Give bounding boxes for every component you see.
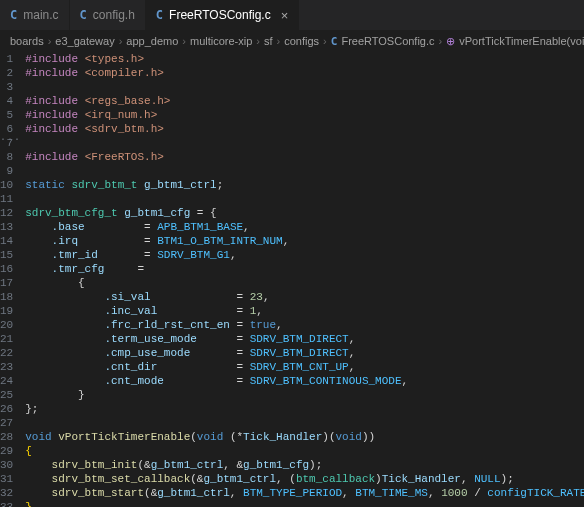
code-line[interactable]: .si_val = 23,: [25, 290, 584, 304]
code-line[interactable]: .tmr_id = SDRV_BTM_G1,: [25, 248, 584, 262]
function-icon: ⊕: [446, 35, 455, 48]
code-line[interactable]: }: [25, 500, 584, 507]
close-icon[interactable]: ×: [281, 8, 289, 23]
code-line[interactable]: .cmp_use_mode = SDRV_BTM_DIRECT,: [25, 346, 584, 360]
breadcrumb-file[interactable]: FreeRTOSConfig.c: [341, 35, 434, 47]
code-line[interactable]: #include <regs_base.h>: [25, 94, 584, 108]
breadcrumb-seg[interactable]: sf: [264, 35, 273, 47]
code-line[interactable]: {: [25, 444, 584, 458]
chevron-right-icon: ›: [119, 35, 123, 47]
code-line[interactable]: #include <compiler.h>: [25, 66, 584, 80]
breadcrumb-seg[interactable]: configs: [284, 35, 319, 47]
chevron-right-icon: ›: [48, 35, 52, 47]
code-line[interactable]: .cnt_dir = SDRV_BTM_CNT_UP,: [25, 360, 584, 374]
code-line[interactable]: #include <types.h>: [25, 52, 584, 66]
code-line[interactable]: sdrv_btm_cfg_t g_btm1_cfg = {: [25, 206, 584, 220]
code-line[interactable]: .inc_val = 1,: [25, 304, 584, 318]
code-line[interactable]: [25, 80, 584, 94]
code-line[interactable]: .base = APB_BTM1_BASE,: [25, 220, 584, 234]
chevron-right-icon: ›: [256, 35, 260, 47]
c-file-icon: C: [331, 35, 338, 48]
tab-label: main.c: [23, 8, 58, 22]
code-line[interactable]: .term_use_mode = SDRV_BTM_DIRECT,: [25, 332, 584, 346]
code-line[interactable]: {: [25, 276, 584, 290]
code-line[interactable]: .cnt_mode = SDRV_BTM_CONTINOUS_MODE,: [25, 374, 584, 388]
c-file-icon: C: [156, 8, 163, 22]
code-line[interactable]: #include <irq_num.h>: [25, 108, 584, 122]
tab-label: FreeRTOSConfig.c: [169, 8, 271, 22]
code-line[interactable]: .tmr_cfg =: [25, 262, 584, 276]
code-line[interactable]: };: [25, 402, 584, 416]
code-line[interactable]: [25, 164, 584, 178]
code-line[interactable]: [25, 136, 584, 150]
chevron-right-icon: ›: [439, 35, 443, 47]
c-file-icon: C: [10, 8, 17, 22]
code-line[interactable]: #include <sdrv_btm.h>: [25, 122, 584, 136]
code-line[interactable]: static sdrv_btm_t g_btm1_ctrl;: [25, 178, 584, 192]
tab-config-h[interactable]: C config.h: [70, 0, 146, 30]
line-number-gutter: 1234567891011121314151617181920212223242…: [0, 52, 25, 507]
tab-main-c[interactable]: C main.c: [0, 0, 70, 30]
tab-bar: C main.c C config.h C FreeRTOSConfig.c ×: [0, 0, 584, 30]
breadcrumb-seg[interactable]: e3_gateway: [55, 35, 114, 47]
code-line[interactable]: .irq = BTM1_O_BTM_INTR_NUM,: [25, 234, 584, 248]
breadcrumb-symbol[interactable]: vPortTickTimerEnable(void(* )(void)): [459, 35, 584, 47]
code-line[interactable]: void vPortTickTimerEnable(void (*Tick_Ha…: [25, 430, 584, 444]
code-line[interactable]: sdrv_btm_set_callback(&g_btm1_ctrl, (btm…: [25, 472, 584, 486]
chevron-right-icon: ›: [323, 35, 327, 47]
c-file-icon: C: [80, 8, 87, 22]
tab-label: config.h: [93, 8, 135, 22]
code-line[interactable]: .frc_rld_rst_cnt_en = true,: [25, 318, 584, 332]
code-editor[interactable]: 1234567891011121314151617181920212223242…: [0, 52, 584, 507]
code-line[interactable]: }: [25, 388, 584, 402]
breadcrumb-seg[interactable]: boards: [10, 35, 44, 47]
code-line[interactable]: [25, 416, 584, 430]
code-line[interactable]: [25, 192, 584, 206]
code-line[interactable]: sdrv_btm_init(&g_btm1_ctrl, &g_btm1_cfg)…: [25, 458, 584, 472]
chevron-right-icon: ›: [277, 35, 281, 47]
breadcrumb-seg[interactable]: multicore-xip: [190, 35, 252, 47]
breadcrumb[interactable]: boards › e3_gateway › app_demo › multico…: [0, 30, 584, 52]
fold-indicator-icon[interactable]: ...: [0, 132, 21, 143]
tab-freertosconfig-c[interactable]: C FreeRTOSConfig.c ×: [146, 0, 299, 30]
code-line[interactable]: #include <FreeRTOS.h>: [25, 150, 584, 164]
breadcrumb-seg[interactable]: app_demo: [126, 35, 178, 47]
code-content[interactable]: #include <types.h>#include <compiler.h> …: [25, 52, 584, 507]
chevron-right-icon: ›: [182, 35, 186, 47]
code-line[interactable]: sdrv_btm_start(&g_btm1_ctrl, BTM_TYPE_PE…: [25, 486, 584, 500]
